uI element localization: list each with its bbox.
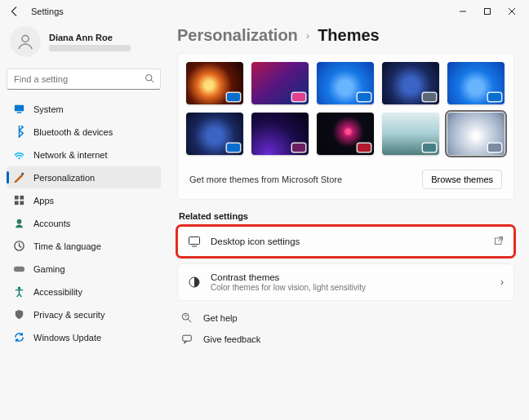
nav-label: Apps bbox=[33, 196, 54, 206]
theme-thumbnails bbox=[186, 62, 505, 155]
nav-label: Bluetooth & devices bbox=[33, 127, 113, 137]
nav-label: Windows Update bbox=[33, 333, 101, 343]
svg-line-4 bbox=[151, 80, 153, 82]
svg-rect-17 bbox=[189, 237, 200, 245]
svg-rect-11 bbox=[15, 201, 19, 205]
nav-item-time[interactable]: Time & language bbox=[7, 235, 161, 257]
nav-item-accessibility[interactable]: Accessibility bbox=[7, 281, 161, 303]
contrast-icon bbox=[188, 276, 201, 289]
nav-item-personalization[interactable]: Personalization bbox=[7, 166, 161, 188]
theme-accent-swatch bbox=[488, 93, 501, 101]
nav-item-update[interactable]: Windows Update bbox=[7, 326, 161, 348]
row-title: Desktop icon settings bbox=[211, 237, 484, 246]
user-profile[interactable]: Diana Ann Roe bbox=[7, 23, 161, 65]
personalization-icon bbox=[13, 171, 25, 183]
chevron-right-icon: › bbox=[306, 29, 309, 42]
link-label: Get help bbox=[203, 313, 238, 323]
svg-rect-10 bbox=[20, 196, 24, 200]
update-icon bbox=[13, 331, 25, 343]
nav-item-bluetooth[interactable]: Bluetooth & devices bbox=[7, 121, 161, 143]
give-feedback-link[interactable]: Give feedback bbox=[177, 329, 514, 350]
window-controls bbox=[451, 2, 524, 21]
gaming-icon bbox=[13, 263, 25, 275]
theme-thumbnail[interactable] bbox=[186, 113, 243, 155]
nav-label: Accessibility bbox=[33, 287, 82, 297]
chevron-right-icon: › bbox=[500, 276, 504, 288]
theme-accent-swatch bbox=[423, 93, 436, 101]
nav-item-apps[interactable]: Apps bbox=[7, 189, 161, 211]
sidebar: Diana Ann Roe SystemBluetooth & devicesN… bbox=[0, 23, 167, 420]
svg-rect-12 bbox=[20, 201, 24, 205]
nav-item-gaming[interactable]: Gaming bbox=[7, 258, 161, 280]
minimize-button[interactable] bbox=[451, 2, 475, 21]
svg-point-7 bbox=[18, 157, 20, 159]
contrast-themes-row[interactable]: Contrast themes Color themes for low vis… bbox=[177, 263, 514, 301]
svg-rect-24 bbox=[183, 335, 192, 341]
feedback-icon bbox=[180, 333, 193, 346]
user-email-redacted bbox=[49, 45, 131, 51]
theme-thumbnail[interactable] bbox=[317, 62, 374, 104]
titlebar: Settings bbox=[0, 0, 529, 23]
accessibility-icon bbox=[13, 285, 25, 298]
help-links: ? Get help Give feedback bbox=[177, 307, 514, 350]
help-icon: ? bbox=[180, 312, 193, 325]
svg-text:?: ? bbox=[184, 314, 187, 319]
network-icon bbox=[13, 148, 25, 161]
browse-themes-button[interactable]: Browse themes bbox=[422, 170, 502, 189]
back-button[interactable] bbox=[5, 2, 24, 21]
nav-item-network[interactable]: Network & internet bbox=[7, 144, 161, 166]
get-help-link[interactable]: ? Get help bbox=[177, 307, 514, 329]
nav-label: Personalization bbox=[33, 173, 95, 183]
close-button[interactable] bbox=[500, 2, 524, 21]
theme-accent-swatch bbox=[292, 93, 305, 101]
apps-icon bbox=[13, 194, 25, 206]
theme-thumbnail[interactable] bbox=[251, 62, 309, 104]
theme-accent-swatch bbox=[227, 144, 240, 152]
nav-label: Time & language bbox=[33, 241, 101, 251]
search-box[interactable] bbox=[7, 69, 161, 90]
open-external-icon bbox=[494, 236, 504, 248]
store-text: Get more themes from Microsoft Store bbox=[189, 175, 342, 184]
nav-label: Privacy & security bbox=[33, 310, 104, 320]
nav-label: Network & internet bbox=[33, 150, 107, 160]
theme-thumbnail[interactable] bbox=[186, 62, 243, 104]
bluetooth-icon bbox=[13, 126, 25, 138]
theme-accent-swatch bbox=[227, 93, 240, 101]
theme-thumbnail[interactable] bbox=[447, 62, 505, 104]
theme-thumbnail[interactable] bbox=[251, 113, 309, 155]
svg-rect-5 bbox=[15, 105, 24, 112]
nav-item-system[interactable]: System bbox=[7, 98, 161, 120]
nav-list: SystemBluetooth & devicesNetwork & inter… bbox=[7, 98, 161, 348]
maximize-button[interactable] bbox=[475, 2, 500, 21]
theme-thumbnail[interactable] bbox=[382, 113, 439, 155]
svg-line-22 bbox=[188, 319, 191, 322]
search-icon bbox=[144, 73, 154, 85]
svg-rect-6 bbox=[17, 112, 22, 113]
system-icon bbox=[13, 103, 25, 115]
theme-accent-swatch bbox=[358, 144, 371, 152]
theme-thumbnail[interactable] bbox=[382, 62, 439, 104]
theme-thumbnail[interactable] bbox=[447, 113, 505, 155]
nav-item-accounts[interactable]: Accounts bbox=[7, 212, 161, 234]
nav-label: System bbox=[33, 104, 64, 114]
desktop-icon bbox=[188, 235, 201, 248]
svg-point-3 bbox=[146, 75, 153, 82]
svg-rect-15 bbox=[14, 267, 24, 272]
related-settings-heading: Related settings bbox=[179, 211, 514, 221]
themes-card: Get more themes from Microsoft Store Bro… bbox=[177, 53, 514, 200]
theme-accent-swatch bbox=[358, 93, 371, 101]
nav-label: Gaming bbox=[33, 264, 65, 274]
breadcrumb: Personalization › Themes bbox=[177, 23, 514, 53]
theme-accent-swatch bbox=[488, 144, 501, 152]
nav-label: Accounts bbox=[33, 219, 70, 228]
accounts-icon bbox=[13, 217, 25, 229]
main-content: Personalization › Themes Get more themes… bbox=[167, 23, 529, 420]
window-title: Settings bbox=[31, 7, 64, 16]
search-input[interactable] bbox=[7, 69, 161, 90]
nav-item-privacy[interactable]: Privacy & security bbox=[7, 303, 161, 325]
svg-rect-1 bbox=[485, 9, 491, 15]
svg-rect-9 bbox=[15, 196, 19, 200]
desktop-icon-settings-row[interactable]: Desktop icon settings bbox=[177, 226, 514, 257]
theme-thumbnail[interactable] bbox=[317, 113, 374, 155]
breadcrumb-parent[interactable]: Personalization bbox=[177, 26, 298, 45]
